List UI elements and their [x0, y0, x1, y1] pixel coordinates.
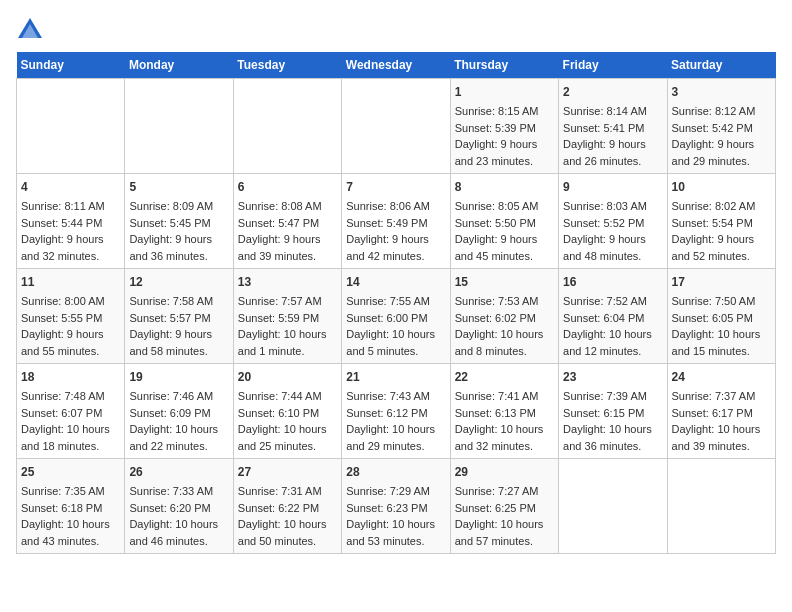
cell-info: Sunrise: 7:31 AM [238, 483, 337, 500]
cell-info: Sunset: 6:04 PM [563, 310, 662, 327]
cell-info: and 57 minutes. [455, 533, 554, 550]
cell-info: Sunrise: 8:03 AM [563, 198, 662, 215]
cell-info: Daylight: 10 hours [238, 516, 337, 533]
cell-info: and 58 minutes. [129, 343, 228, 360]
day-header-saturday: Saturday [667, 52, 775, 79]
cell-info: Daylight: 9 hours [563, 136, 662, 153]
calendar-cell: 12Sunrise: 7:58 AMSunset: 5:57 PMDayligh… [125, 269, 233, 364]
calendar-cell: 1Sunrise: 8:15 AMSunset: 5:39 PMDaylight… [450, 79, 558, 174]
calendar-week-3: 11Sunrise: 8:00 AMSunset: 5:55 PMDayligh… [17, 269, 776, 364]
cell-info: Daylight: 9 hours [672, 231, 771, 248]
cell-info: Sunset: 5:57 PM [129, 310, 228, 327]
cell-info: Sunrise: 7:39 AM [563, 388, 662, 405]
cell-info: Sunrise: 7:33 AM [129, 483, 228, 500]
calendar-cell: 19Sunrise: 7:46 AMSunset: 6:09 PMDayligh… [125, 364, 233, 459]
calendar-cell: 21Sunrise: 7:43 AMSunset: 6:12 PMDayligh… [342, 364, 450, 459]
day-number: 6 [238, 178, 337, 196]
calendar-cell: 22Sunrise: 7:41 AMSunset: 6:13 PMDayligh… [450, 364, 558, 459]
cell-info: Daylight: 10 hours [563, 326, 662, 343]
cell-info: Sunset: 6:02 PM [455, 310, 554, 327]
day-number: 15 [455, 273, 554, 291]
cell-info: Daylight: 10 hours [129, 516, 228, 533]
cell-info: and 1 minute. [238, 343, 337, 360]
calendar-cell: 11Sunrise: 8:00 AMSunset: 5:55 PMDayligh… [17, 269, 125, 364]
cell-info: and 52 minutes. [672, 248, 771, 265]
calendar-cell: 28Sunrise: 7:29 AMSunset: 6:23 PMDayligh… [342, 459, 450, 554]
calendar-header: SundayMondayTuesdayWednesdayThursdayFrid… [17, 52, 776, 79]
header-row: SundayMondayTuesdayWednesdayThursdayFrid… [17, 52, 776, 79]
cell-info: Sunset: 6:23 PM [346, 500, 445, 517]
day-number: 29 [455, 463, 554, 481]
cell-info: Sunrise: 8:12 AM [672, 103, 771, 120]
cell-info: Sunrise: 8:08 AM [238, 198, 337, 215]
cell-info: Sunrise: 7:37 AM [672, 388, 771, 405]
day-number: 2 [563, 83, 662, 101]
cell-info: Sunrise: 7:58 AM [129, 293, 228, 310]
cell-info: Sunrise: 8:05 AM [455, 198, 554, 215]
page-header [16, 16, 776, 44]
calendar-cell: 17Sunrise: 7:50 AMSunset: 6:05 PMDayligh… [667, 269, 775, 364]
cell-info: Sunset: 5:45 PM [129, 215, 228, 232]
cell-info: and 22 minutes. [129, 438, 228, 455]
cell-info: Sunset: 6:20 PM [129, 500, 228, 517]
cell-info: Daylight: 10 hours [346, 326, 445, 343]
day-number: 4 [21, 178, 120, 196]
day-number: 8 [455, 178, 554, 196]
cell-info: Sunset: 5:50 PM [455, 215, 554, 232]
cell-info: and 39 minutes. [672, 438, 771, 455]
day-number: 14 [346, 273, 445, 291]
cell-info: and 55 minutes. [21, 343, 120, 360]
calendar-cell: 18Sunrise: 7:48 AMSunset: 6:07 PMDayligh… [17, 364, 125, 459]
cell-info: Sunset: 6:05 PM [672, 310, 771, 327]
cell-info: Daylight: 10 hours [563, 421, 662, 438]
cell-info: Sunset: 6:10 PM [238, 405, 337, 422]
cell-info: Daylight: 10 hours [672, 421, 771, 438]
calendar-cell [342, 79, 450, 174]
cell-info: Daylight: 10 hours [672, 326, 771, 343]
day-number: 16 [563, 273, 662, 291]
day-number: 11 [21, 273, 120, 291]
day-number: 22 [455, 368, 554, 386]
cell-info: and 15 minutes. [672, 343, 771, 360]
cell-info: Daylight: 9 hours [455, 231, 554, 248]
cell-info: Sunrise: 8:14 AM [563, 103, 662, 120]
logo [16, 16, 48, 44]
day-number: 12 [129, 273, 228, 291]
day-header-sunday: Sunday [17, 52, 125, 79]
cell-info: Sunset: 6:09 PM [129, 405, 228, 422]
day-number: 27 [238, 463, 337, 481]
cell-info: Daylight: 9 hours [238, 231, 337, 248]
cell-info: Daylight: 10 hours [21, 516, 120, 533]
cell-info: Daylight: 9 hours [129, 231, 228, 248]
cell-info: Sunset: 6:25 PM [455, 500, 554, 517]
cell-info: Daylight: 9 hours [672, 136, 771, 153]
cell-info: Sunrise: 7:35 AM [21, 483, 120, 500]
day-number: 5 [129, 178, 228, 196]
day-number: 9 [563, 178, 662, 196]
calendar-cell: 5Sunrise: 8:09 AMSunset: 5:45 PMDaylight… [125, 174, 233, 269]
cell-info: and 29 minutes. [672, 153, 771, 170]
cell-info: Sunset: 6:22 PM [238, 500, 337, 517]
cell-info: Sunrise: 7:44 AM [238, 388, 337, 405]
calendar-cell [233, 79, 341, 174]
cell-info: Daylight: 9 hours [21, 231, 120, 248]
day-number: 17 [672, 273, 771, 291]
cell-info: and 26 minutes. [563, 153, 662, 170]
cell-info: Sunset: 6:15 PM [563, 405, 662, 422]
calendar-cell: 6Sunrise: 8:08 AMSunset: 5:47 PMDaylight… [233, 174, 341, 269]
cell-info: Daylight: 10 hours [455, 516, 554, 533]
cell-info: Sunrise: 7:43 AM [346, 388, 445, 405]
calendar-table: SundayMondayTuesdayWednesdayThursdayFrid… [16, 52, 776, 554]
cell-info: and 18 minutes. [21, 438, 120, 455]
cell-info: Sunrise: 8:15 AM [455, 103, 554, 120]
calendar-cell: 16Sunrise: 7:52 AMSunset: 6:04 PMDayligh… [559, 269, 667, 364]
cell-info: Sunset: 5:47 PM [238, 215, 337, 232]
cell-info: Sunrise: 7:55 AM [346, 293, 445, 310]
cell-info: and 29 minutes. [346, 438, 445, 455]
cell-info: Daylight: 9 hours [346, 231, 445, 248]
day-header-friday: Friday [559, 52, 667, 79]
cell-info: Sunset: 6:07 PM [21, 405, 120, 422]
day-number: 3 [672, 83, 771, 101]
day-number: 10 [672, 178, 771, 196]
calendar-cell [125, 79, 233, 174]
